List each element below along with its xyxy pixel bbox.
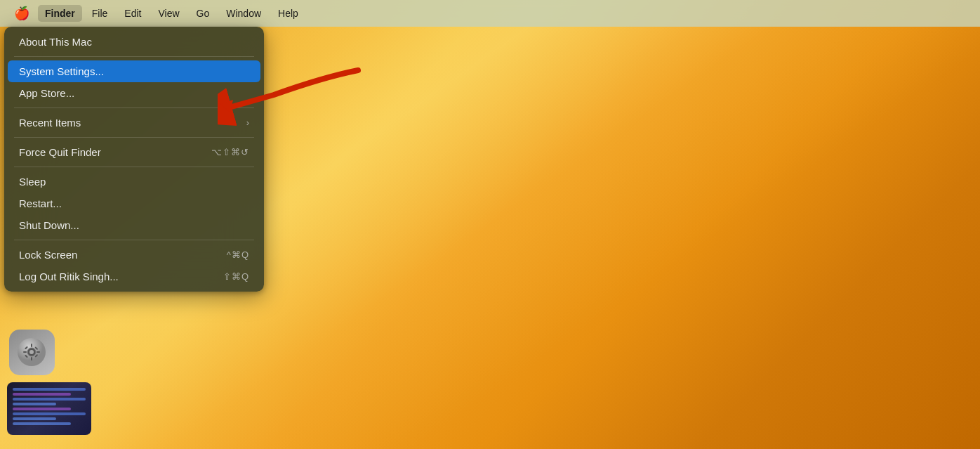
dock-system-settings[interactable] [7,327,56,377]
menu-item-shutdown[interactable]: Shut Down... [8,214,260,236]
preview-line-6 [13,412,86,415]
menu-item-shutdown-label: Shut Down... [19,219,79,231]
dock-code-editor-preview [7,382,91,435]
logout-shortcut: ⇧⌘Q [223,271,249,282]
menu-item-lock-screen[interactable]: Lock Screen ^⌘Q [8,244,260,266]
separator-2 [14,108,254,108]
svg-rect-7 [23,351,27,353]
system-settings-icon [9,330,55,375]
preview-line-5 [13,408,71,410]
menu-item-recent-items[interactable]: Recent Items › [8,112,260,134]
preview-line-4 [13,403,56,405]
menu-item-sleep[interactable]: Sleep [8,171,260,193]
apple-menu-trigger[interactable]: 🍎 [8,4,35,22]
menu-item-about[interactable]: About This Mac [8,31,260,53]
dock-code-editor[interactable] [7,382,91,435]
separator-1 [14,56,254,57]
menu-item-system-settings[interactable]: System Settings... [8,60,260,82]
menubar-window[interactable]: Window [219,5,268,22]
separator-4 [14,167,254,167]
menu-item-force-quit[interactable]: Force Quit Finder ⌥⇧⌘↺ [8,141,260,163]
menubar-edit[interactable]: Edit [117,5,148,22]
preview-line-3 [13,398,86,401]
preview-line-1 [13,388,86,391]
menubar-view[interactable]: View [151,5,186,22]
menu-item-logout-label: Log Out Ritik Singh... [19,271,119,282]
menubar: 🍎 Finder File Edit View Go Window Help [0,0,980,27]
svg-point-4 [29,350,34,354]
menu-item-app-store[interactable]: App Store... [8,82,260,104]
menubar-file[interactable]: File [85,5,115,22]
force-quit-shortcut: ⌥⇧⌘↺ [211,147,249,157]
lock-screen-shortcut: ^⌘Q [227,249,249,260]
svg-rect-8 [37,351,40,353]
menu-item-restart[interactable]: Restart... [8,193,260,214]
separator-5 [14,240,254,240]
menubar-help[interactable]: Help [271,5,305,22]
menu-item-recent-items-label: Recent Items [19,117,81,129]
menubar-finder[interactable]: Finder [38,5,82,22]
preview-line-7 [13,417,56,420]
preview-line-2 [13,393,71,396]
menubar-go[interactable]: Go [190,5,217,22]
dock-items [7,327,91,435]
menu-item-sleep-label: Sleep [19,176,46,188]
menu-item-force-quit-label: Force Quit Finder [19,146,101,158]
svg-rect-5 [31,344,32,347]
recent-items-chevron-icon: › [246,117,249,128]
menu-item-about-label: About This Mac [19,36,92,48]
menu-item-lock-screen-label: Lock Screen [19,249,77,261]
menu-item-app-store-label: App Store... [19,87,74,99]
menu-item-restart-label: Restart... [19,197,62,209]
separator-3 [14,137,254,138]
apple-menu-dropdown: About This Mac System Settings... App St… [4,27,264,292]
svg-rect-6 [31,357,32,360]
preview-line-8 [13,422,71,425]
menu-item-logout[interactable]: Log Out Ritik Singh... ⇧⌘Q [8,266,260,287]
menu-item-system-settings-label: System Settings... [19,65,104,77]
